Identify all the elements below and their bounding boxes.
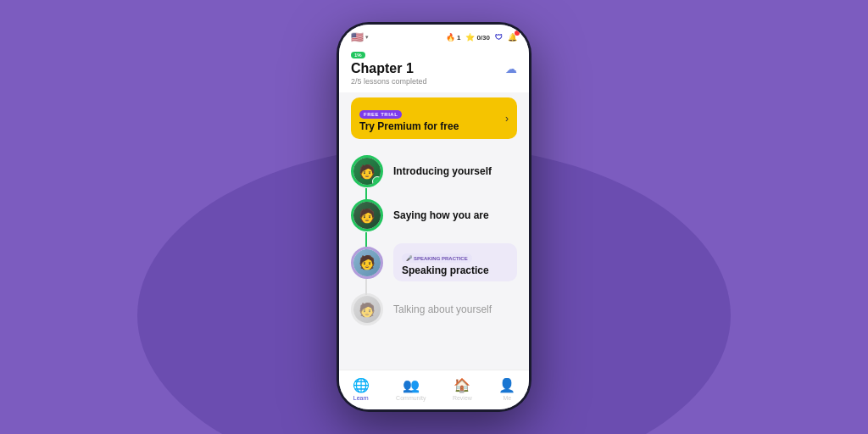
progress-row: 1%: [351, 52, 517, 58]
avatar-image-4: 🧑: [353, 296, 381, 323]
status-bar: 🇺🇸 ▾ 🔥 1 ⭐ 0/30 🛡 🔔: [339, 25, 529, 47]
learn-icon: 🌐: [353, 377, 370, 393]
speaking-practice-card: 🎤 SPEAKING PRACTICE Speaking practice: [393, 243, 517, 281]
flag-icon: 🇺🇸: [351, 31, 364, 43]
premium-banner-content: FREE TRIAL Try Premium for free: [359, 104, 459, 132]
shield-counter: 🛡: [495, 33, 503, 42]
nav-item-me[interactable]: 👤 Me: [498, 377, 515, 401]
lessons-list: 🧑 ✓ Introducing yourself 🧑 Saying how yo…: [339, 144, 529, 370]
review-icon: 🏠: [453, 377, 470, 393]
streak-counter: 🔥 1: [446, 33, 460, 42]
nav-item-learn[interactable]: 🌐 Learn: [353, 377, 370, 401]
nav-label-review: Review: [453, 395, 472, 401]
lesson-name-3: Speaking practice: [402, 264, 509, 276]
progress-badge: 1%: [351, 52, 365, 58]
me-icon: 👤: [498, 377, 515, 393]
phone-frame: 🇺🇸 ▾ 🔥 1 ⭐ 0/30 🛡 🔔: [337, 22, 531, 412]
phone-screen: 🇺🇸 ▾ 🔥 1 ⭐ 0/30 🛡 🔔: [339, 25, 529, 409]
nav-label-learn: Learn: [353, 395, 369, 401]
notification-badge: [515, 31, 520, 36]
nav-label-community: Community: [396, 395, 426, 401]
lesson-info-2: Saying how you are: [393, 209, 517, 221]
lesson-name-4: Talking about yourself: [393, 303, 517, 315]
mic-icon: 🎤: [406, 255, 412, 261]
nav-item-review[interactable]: 🏠 Review: [453, 377, 472, 401]
chapter-subtitle: 2/5 lessons completed: [351, 77, 517, 86]
lesson-item[interactable]: 🧑 🎤 SPEAKING PRACTICE Speaking practice: [339, 237, 529, 287]
lesson-avatar-4: 🧑: [351, 293, 383, 326]
streak-icon: 🔥: [446, 33, 455, 42]
bottom-nav: 🌐 Learn 👥 Community 🏠 Review 👤 Me: [339, 370, 529, 409]
chevron-down-icon: ▾: [365, 34, 369, 41]
status-icons: 🔥 1 ⭐ 0/30 🛡 🔔: [446, 33, 517, 42]
lesson-avatar-3: 🧑: [351, 247, 383, 279]
nav-label-me: Me: [503, 395, 511, 401]
lesson-item[interactable]: 🧑 Talking about yourself: [339, 287, 529, 331]
lesson-info-4: Talking about yourself: [393, 303, 517, 315]
flag-selector[interactable]: 🇺🇸 ▾: [351, 31, 369, 43]
premium-chevron-icon: ›: [505, 113, 509, 125]
chapter-title-row: Chapter 1 ☁: [351, 61, 517, 76]
avatar-image-3: 🧑: [353, 249, 381, 276]
avatar-image-2: 🧑: [353, 202, 381, 229]
cloud-icon[interactable]: ☁: [505, 62, 517, 75]
lesson-item[interactable]: 🧑 Saying how you are: [339, 193, 529, 237]
shield-icon: 🛡: [495, 33, 503, 42]
lesson-avatar-1: 🧑 ✓: [351, 155, 383, 187]
free-trial-badge: FREE TRIAL: [359, 110, 402, 119]
completed-check-icon: ✓: [372, 176, 382, 186]
speaking-tag: 🎤 SPEAKING PRACTICE: [402, 253, 472, 263]
premium-text: Try Premium for free: [359, 120, 459, 132]
premium-banner[interactable]: FREE TRIAL Try Premium for free ›: [351, 97, 517, 139]
stars-counter: ⭐ 0/30: [465, 33, 490, 42]
community-icon: 👥: [403, 377, 420, 393]
bell-button[interactable]: 🔔: [508, 33, 517, 42]
lesson-info-1: Introducing yourself: [393, 165, 517, 177]
lesson-name-1: Introducing yourself: [393, 165, 517, 177]
chapter-title: Chapter 1: [351, 61, 414, 76]
lesson-name-2: Saying how you are: [393, 209, 517, 221]
lesson-item[interactable]: 🧑 ✓ Introducing yourself: [339, 149, 529, 193]
nav-item-community[interactable]: 👥 Community: [396, 377, 426, 401]
chapter-header: 1% Chapter 1 ☁ 2/5 lessons completed: [339, 47, 529, 92]
star-icon: ⭐: [465, 33, 475, 42]
lesson-avatar-2: 🧑: [351, 199, 383, 231]
